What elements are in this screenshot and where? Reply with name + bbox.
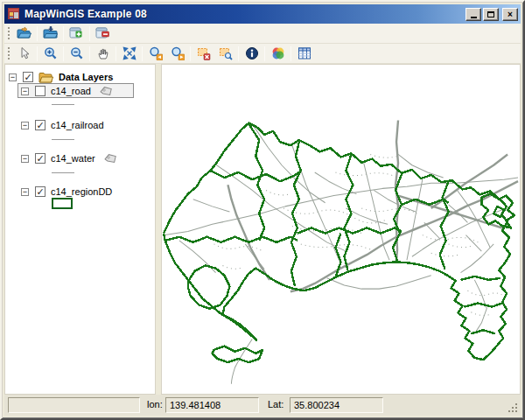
root-checkbox[interactable]: ✓ xyxy=(23,72,33,82)
zoom-extent-button[interactable] xyxy=(118,45,140,63)
toolbar-separator xyxy=(238,46,239,61)
zoom-previous-button[interactable] xyxy=(144,45,166,63)
open-button[interactable] xyxy=(13,24,35,43)
select-box-button[interactable] xyxy=(214,45,236,63)
pan-button[interactable] xyxy=(92,45,114,63)
collapse-icon[interactable]: − xyxy=(9,74,17,81)
zoom-next-button[interactable] xyxy=(166,45,188,63)
resize-grip[interactable] xyxy=(508,402,519,414)
layer-label[interactable]: c14_water xyxy=(51,153,95,164)
zoom-in-button[interactable] xyxy=(39,45,61,63)
app-window: MapWinGIS Example 08 × xyxy=(0,0,525,420)
toolbar-separator xyxy=(290,46,291,61)
tree-root-row[interactable]: − ✓ Data Layers xyxy=(9,70,113,84)
zoom-out-button[interactable] xyxy=(66,45,88,63)
layer-row-region[interactable]: − ✓ c14_regionDD xyxy=(21,185,112,199)
file-toolbar xyxy=(4,24,521,44)
zoom-extent-icon xyxy=(122,46,136,60)
map-canvas xyxy=(162,65,520,394)
map-toolbar xyxy=(4,44,521,64)
zoom-in-icon xyxy=(44,46,58,60)
toolbar-grip[interactable] xyxy=(8,47,10,60)
identify-icon xyxy=(245,46,259,60)
pan-hand-icon xyxy=(96,46,110,60)
remove-layer-button[interactable] xyxy=(92,24,114,43)
identify-button[interactable] xyxy=(241,45,262,63)
toolbar-separator xyxy=(190,46,191,61)
layer-row-road[interactable]: − c14_road xyxy=(21,84,113,98)
attribute-table-icon xyxy=(298,46,312,60)
zoom-out-icon xyxy=(70,46,84,60)
minimize-button[interactable] xyxy=(466,8,481,21)
collapse-icon[interactable]: − xyxy=(21,155,29,163)
add-layer-button[interactable] xyxy=(66,24,88,43)
colors-icon xyxy=(271,46,285,60)
lon-value: 139.481408 xyxy=(165,397,259,413)
maximize-icon xyxy=(487,11,494,18)
zoom-previous-icon xyxy=(149,46,163,60)
collapse-icon[interactable]: − xyxy=(21,188,29,196)
toolbar-separator xyxy=(37,46,38,61)
layers-panel: − ✓ Data Layers − c14_road − ✓ c14_railr… xyxy=(4,64,156,395)
toolbar-separator xyxy=(116,46,116,61)
pointer-tool-button[interactable] xyxy=(13,45,35,63)
select-box-icon xyxy=(219,46,233,60)
toolbar-separator xyxy=(142,46,143,61)
app-icon xyxy=(7,7,21,21)
minimize-icon xyxy=(471,17,477,18)
tag-icon[interactable] xyxy=(104,153,117,164)
collapse-icon[interactable]: − xyxy=(21,88,29,95)
toolbar-separator xyxy=(264,46,265,61)
status-bar: lon: 139.481408 Lat: 35.800234 xyxy=(4,395,521,416)
layer-row-water[interactable]: − ✓ c14_water xyxy=(21,151,117,165)
layer-checkbox[interactable]: ✓ xyxy=(35,120,46,130)
layer-label[interactable]: c14_road xyxy=(51,86,91,96)
region-layer-symbol xyxy=(52,198,73,209)
map-view[interactable] xyxy=(161,64,521,395)
road-layer-symbol xyxy=(52,104,74,105)
folder-icon xyxy=(38,72,53,83)
maximize-button[interactable] xyxy=(483,8,499,21)
layer-label[interactable]: c14_railroad xyxy=(51,120,104,130)
root-label[interactable]: Data Layers xyxy=(59,72,113,82)
tag-icon[interactable] xyxy=(100,86,113,97)
colors-button[interactable] xyxy=(267,45,289,63)
toolbar-separator xyxy=(37,26,38,41)
clear-selection-icon xyxy=(197,46,211,60)
lat-value: 35.800234 xyxy=(290,397,383,413)
lon-label: lon: xyxy=(147,399,163,410)
toolbar-grip[interactable] xyxy=(8,27,10,40)
lat-label: Lat: xyxy=(268,399,284,410)
layer-label[interactable]: c14_regionDD xyxy=(51,186,112,197)
layer-checkbox[interactable]: ✓ xyxy=(35,186,46,197)
remove-layer-icon xyxy=(95,26,110,40)
water-layer-symbol xyxy=(52,172,74,173)
layer-row-railroad[interactable]: − ✓ c14_railroad xyxy=(21,118,104,132)
title-bar[interactable]: MapWinGIS Example 08 × xyxy=(4,4,521,24)
toolbar-separator xyxy=(63,26,64,41)
import-folder-icon xyxy=(43,26,58,40)
close-button[interactable]: × xyxy=(502,8,518,21)
map-stipple xyxy=(214,154,507,315)
import-button[interactable] xyxy=(39,24,61,43)
toolbar-separator xyxy=(89,26,90,41)
attribute-table-button[interactable] xyxy=(293,45,315,63)
window-title: MapWinGIS Example 08 xyxy=(24,8,462,20)
toolbar-separator xyxy=(89,46,90,61)
pointer-icon xyxy=(18,46,32,60)
status-panel-empty xyxy=(8,397,140,413)
collapse-icon[interactable]: − xyxy=(21,122,29,130)
zoom-next-icon xyxy=(171,46,185,60)
layer-checkbox[interactable] xyxy=(35,86,46,96)
clear-selection-button[interactable] xyxy=(192,45,214,63)
open-folder-icon xyxy=(17,26,32,40)
add-layer-icon xyxy=(69,26,84,40)
railroad-layer-symbol xyxy=(52,139,74,140)
toolbar-separator xyxy=(63,46,64,61)
map-region-boundaries xyxy=(164,123,514,363)
layer-checkbox[interactable]: ✓ xyxy=(35,153,46,164)
